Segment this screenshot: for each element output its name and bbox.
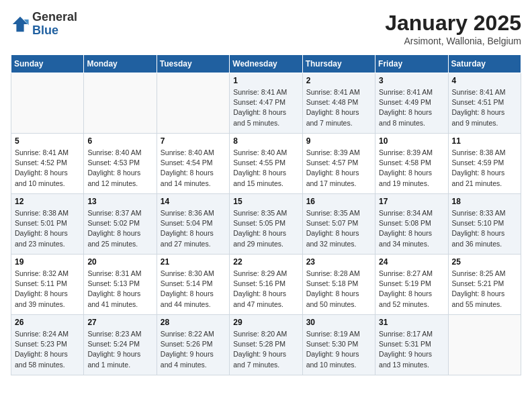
- logo-icon: [11, 15, 30, 34]
- calendar-cell: 5Sunrise: 8:41 AM Sunset: 4:52 PM Daylig…: [11, 134, 84, 194]
- day-number: 2: [306, 76, 371, 85]
- day-info: Sunrise: 8:40 AM Sunset: 4:54 PM Dayligh…: [161, 148, 226, 189]
- day-number: 13: [87, 197, 152, 206]
- calendar-cell: 13Sunrise: 8:37 AM Sunset: 5:02 PM Dayli…: [84, 194, 157, 255]
- day-info: Sunrise: 8:35 AM Sunset: 5:07 PM Dayligh…: [306, 208, 371, 249]
- calendar-cell: [84, 73, 157, 134]
- column-header-saturday: Saturday: [448, 55, 521, 73]
- day-number: 22: [233, 257, 298, 267]
- day-number: 7: [161, 136, 226, 146]
- calendar-cell: 17Sunrise: 8:34 AM Sunset: 5:08 PM Dayli…: [375, 194, 448, 255]
- calendar-cell: 10Sunrise: 8:39 AM Sunset: 4:58 PM Dayli…: [375, 134, 448, 194]
- day-number: 9: [306, 136, 371, 146]
- calendar-cell: 26Sunrise: 8:24 AM Sunset: 5:23 PM Dayli…: [11, 315, 84, 375]
- day-info: Sunrise: 8:37 AM Sunset: 5:02 PM Dayligh…: [87, 208, 152, 249]
- column-header-thursday: Thursday: [302, 55, 375, 73]
- logo-blue-text: Blue: [32, 24, 58, 37]
- page-header: General Blue January 2025 Arsimont, Wall…: [11, 11, 521, 46]
- calendar-week-3: 12Sunrise: 8:38 AM Sunset: 5:01 PM Dayli…: [11, 194, 521, 255]
- day-info: Sunrise: 8:41 AM Sunset: 4:49 PM Dayligh…: [379, 87, 444, 128]
- day-info: Sunrise: 8:40 AM Sunset: 4:53 PM Dayligh…: [87, 148, 152, 189]
- location-subtitle: Arsimont, Wallonia, Belgium: [385, 36, 521, 46]
- day-number: 12: [15, 197, 80, 206]
- title-block: January 2025 Arsimont, Wallonia, Belgium: [385, 11, 521, 46]
- day-number: 26: [15, 318, 80, 327]
- calendar-cell: 31Sunrise: 8:17 AM Sunset: 5:31 PM Dayli…: [375, 315, 448, 375]
- calendar-week-5: 26Sunrise: 8:24 AM Sunset: 5:23 PM Dayli…: [11, 315, 521, 375]
- day-number: 30: [306, 318, 371, 327]
- day-number: 27: [87, 318, 152, 327]
- calendar-cell: [157, 73, 229, 134]
- day-info: Sunrise: 8:25 AM Sunset: 5:21 PM Dayligh…: [452, 269, 517, 310]
- day-info: Sunrise: 8:19 AM Sunset: 5:30 PM Dayligh…: [306, 329, 371, 370]
- calendar-cell: 21Sunrise: 8:30 AM Sunset: 5:14 PM Dayli…: [157, 255, 229, 315]
- day-info: Sunrise: 8:39 AM Sunset: 4:57 PM Dayligh…: [306, 148, 371, 189]
- day-info: Sunrise: 8:41 AM Sunset: 4:52 PM Dayligh…: [15, 148, 80, 189]
- day-info: Sunrise: 8:35 AM Sunset: 5:05 PM Dayligh…: [233, 208, 298, 249]
- column-header-friday: Friday: [375, 55, 448, 73]
- day-info: Sunrise: 8:41 AM Sunset: 4:51 PM Dayligh…: [452, 87, 517, 128]
- calendar-cell: 16Sunrise: 8:35 AM Sunset: 5:07 PM Dayli…: [302, 194, 375, 255]
- calendar-cell: 24Sunrise: 8:27 AM Sunset: 5:19 PM Dayli…: [375, 255, 448, 315]
- calendar-cell: 29Sunrise: 8:20 AM Sunset: 5:28 PM Dayli…: [230, 315, 302, 375]
- day-info: Sunrise: 8:34 AM Sunset: 5:08 PM Dayligh…: [379, 208, 444, 249]
- day-info: Sunrise: 8:33 AM Sunset: 5:10 PM Dayligh…: [452, 208, 517, 249]
- calendar-cell: 19Sunrise: 8:32 AM Sunset: 5:11 PM Dayli…: [11, 255, 84, 315]
- day-number: 11: [452, 136, 517, 146]
- calendar-cell: 27Sunrise: 8:23 AM Sunset: 5:24 PM Dayli…: [84, 315, 157, 375]
- calendar-cell: 20Sunrise: 8:31 AM Sunset: 5:13 PM Dayli…: [84, 255, 157, 315]
- day-info: Sunrise: 8:30 AM Sunset: 5:14 PM Dayligh…: [161, 269, 226, 310]
- calendar-cell: 7Sunrise: 8:40 AM Sunset: 4:54 PM Daylig…: [157, 134, 229, 194]
- day-number: 18: [452, 197, 517, 206]
- calendar-cell: 4Sunrise: 8:41 AM Sunset: 4:51 PM Daylig…: [448, 73, 521, 134]
- day-number: 31: [379, 318, 444, 327]
- calendar-cell: 1Sunrise: 8:41 AM Sunset: 4:47 PM Daylig…: [230, 73, 302, 134]
- day-number: 24: [379, 257, 444, 267]
- calendar-cell: 22Sunrise: 8:29 AM Sunset: 5:16 PM Dayli…: [230, 255, 302, 315]
- calendar-cell: 15Sunrise: 8:35 AM Sunset: 5:05 PM Dayli…: [230, 194, 302, 255]
- day-number: 3: [379, 76, 444, 85]
- day-info: Sunrise: 8:20 AM Sunset: 5:28 PM Dayligh…: [233, 329, 298, 370]
- day-info: Sunrise: 8:38 AM Sunset: 4:59 PM Dayligh…: [452, 148, 517, 189]
- day-info: Sunrise: 8:32 AM Sunset: 5:11 PM Dayligh…: [15, 269, 80, 310]
- day-number: 14: [161, 197, 226, 206]
- calendar-table: SundayMondayTuesdayWednesdayThursdayFrid…: [11, 54, 521, 375]
- calendar-cell: 30Sunrise: 8:19 AM Sunset: 5:30 PM Dayli…: [302, 315, 375, 375]
- day-info: Sunrise: 8:31 AM Sunset: 5:13 PM Dayligh…: [87, 269, 152, 310]
- day-number: 10: [379, 136, 444, 146]
- day-info: Sunrise: 8:24 AM Sunset: 5:23 PM Dayligh…: [15, 329, 80, 370]
- day-info: Sunrise: 8:27 AM Sunset: 5:19 PM Dayligh…: [379, 269, 444, 310]
- day-info: Sunrise: 8:17 AM Sunset: 5:31 PM Dayligh…: [379, 329, 444, 370]
- calendar-week-4: 19Sunrise: 8:32 AM Sunset: 5:11 PM Dayli…: [11, 255, 521, 315]
- calendar-cell: 28Sunrise: 8:22 AM Sunset: 5:26 PM Dayli…: [157, 315, 229, 375]
- day-number: 23: [306, 257, 371, 267]
- day-number: 25: [452, 257, 517, 267]
- day-number: 20: [87, 257, 152, 267]
- calendar-cell: 14Sunrise: 8:36 AM Sunset: 5:04 PM Dayli…: [157, 194, 229, 255]
- calendar-cell: 6Sunrise: 8:40 AM Sunset: 4:53 PM Daylig…: [84, 134, 157, 194]
- day-info: Sunrise: 8:38 AM Sunset: 5:01 PM Dayligh…: [15, 208, 80, 249]
- day-number: 21: [161, 257, 226, 267]
- calendar-cell: 25Sunrise: 8:25 AM Sunset: 5:21 PM Dayli…: [448, 255, 521, 315]
- calendar-cell: 2Sunrise: 8:41 AM Sunset: 4:48 PM Daylig…: [302, 73, 375, 134]
- day-number: 16: [306, 197, 371, 206]
- day-info: Sunrise: 8:28 AM Sunset: 5:18 PM Dayligh…: [306, 269, 371, 310]
- calendar-week-2: 5Sunrise: 8:41 AM Sunset: 4:52 PM Daylig…: [11, 134, 521, 194]
- logo: General Blue: [11, 11, 77, 38]
- day-number: 6: [87, 136, 152, 146]
- calendar-cell: 9Sunrise: 8:39 AM Sunset: 4:57 PM Daylig…: [302, 134, 375, 194]
- day-number: 28: [161, 318, 226, 327]
- calendar-cell: 18Sunrise: 8:33 AM Sunset: 5:10 PM Dayli…: [448, 194, 521, 255]
- day-info: Sunrise: 8:23 AM Sunset: 5:24 PM Dayligh…: [87, 329, 152, 370]
- calendar-week-1: 1Sunrise: 8:41 AM Sunset: 4:47 PM Daylig…: [11, 73, 521, 134]
- calendar-cell: [11, 73, 84, 134]
- day-number: 29: [233, 318, 298, 327]
- svg-marker-0: [13, 17, 28, 32]
- day-number: 8: [233, 136, 298, 146]
- calendar-cell: [448, 315, 521, 375]
- day-info: Sunrise: 8:22 AM Sunset: 5:26 PM Dayligh…: [161, 329, 226, 370]
- calendar-header-row: SundayMondayTuesdayWednesdayThursdayFrid…: [11, 55, 521, 73]
- day-number: 5: [15, 136, 80, 146]
- day-number: 17: [379, 197, 444, 206]
- column-header-sunday: Sunday: [11, 55, 84, 73]
